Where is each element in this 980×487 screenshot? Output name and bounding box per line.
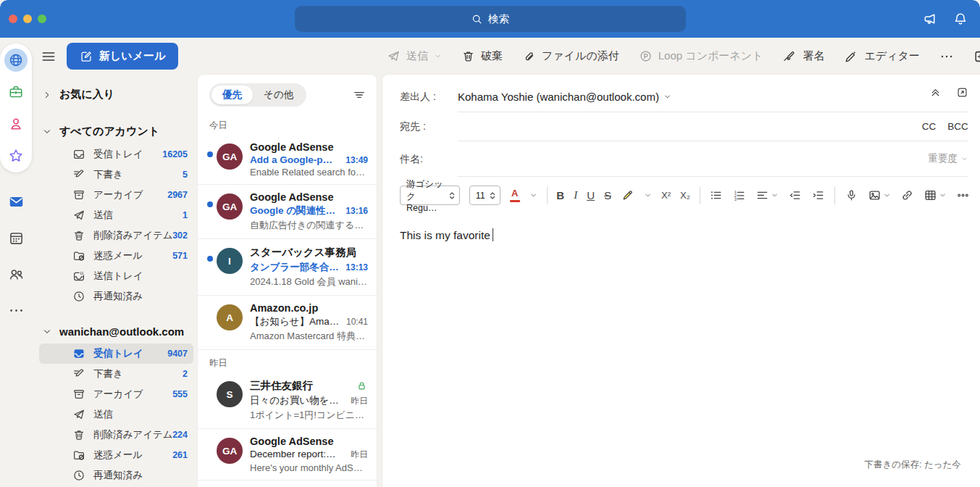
sidebar-item-inbox[interactable]: 受信トレイ 16205 [39,144,193,165]
superscript-button[interactable]: X² [661,190,671,201]
message-row[interactable]: GA Google AdSense Add a Google-p…13:49 E… [198,135,377,185]
outdent-button[interactable] [788,188,802,202]
strikethrough-button[interactable]: S [604,189,611,201]
bold-button[interactable]: B [556,189,564,201]
insert-table-button[interactable] [924,188,947,202]
sidebar-item-inbox[interactable]: 受信トレイ 9407 [39,344,193,364]
drafts-icon [72,168,85,181]
sidebar-item-snoozed[interactable]: 再通知済み [39,465,193,486]
unread-count: 1 [183,210,188,220]
sidebar-item-deleted[interactable]: 削除済みアイテム 302 [39,225,193,246]
compose-pane: 差出人 : Kohama Yoshie (wanichan@outlook.co… [382,75,980,487]
favorites-header[interactable]: お気に入り [39,82,193,106]
insert-link-button[interactable] [900,188,914,202]
trash-icon [461,49,475,63]
cc-button[interactable]: CC [922,121,937,132]
search-input[interactable]: 検索 [295,6,686,32]
highlighter-button[interactable] [621,188,635,202]
popout-icon[interactable] [956,86,968,99]
sidebar-item-snoozed[interactable]: 再通知済み [39,286,193,307]
panel-toggle-icon[interactable] [973,49,980,64]
sidebar-section-header[interactable]: すべてのアカウント [39,122,193,144]
minimize-window-button[interactable] [23,14,32,23]
indent-button[interactable] [811,188,825,202]
unread-dot [207,201,213,207]
calendar-icon[interactable] [4,226,28,249]
editor-button[interactable]: エディター [844,49,919,64]
new-mail-button[interactable]: 新しいメール [67,43,178,70]
collapse-header-icon[interactable] [929,86,942,99]
briefcase-icon[interactable] [4,80,28,104]
megaphone-icon[interactable] [922,11,938,27]
font-color-button[interactable]: A [510,188,520,203]
drafts-icon [72,367,85,380]
sidebar-item-archive[interactable]: アーカイブ 2967 [39,185,193,205]
tab-other[interactable]: その他 [253,86,304,104]
message-row[interactable]: I スターバックス事務局 [Starbucks] オペラ…昨日 [198,480,377,487]
message-row[interactable]: GA Google AdSense Google の関連性…13:16 自動広告… [198,185,377,239]
filter-icon[interactable] [352,88,367,102]
sidebar-item-sent[interactable]: 送信 1 [39,205,193,225]
font-color-dropdown[interactable] [529,191,537,199]
subscript-button[interactable]: X₂ [680,190,690,201]
bullet-list-button[interactable] [709,188,723,202]
sidebar-item-sent[interactable]: 送信 [39,404,193,425]
dictation-mic-button[interactable] [845,188,858,202]
tab-focused[interactable]: 優先 [212,86,253,104]
unread-count: 261 [172,450,188,460]
subject-input[interactable]: 重要度 [458,141,968,177]
message-row[interactable]: GA Google AdSense December report:…昨日 He… [198,429,377,480]
message-row[interactable]: A Amazon.co.jp 【お知らせ】Amazo…10:41 Amazon … [198,296,377,350]
sidebar-item-drafts[interactable]: 下書き 2 [39,364,193,384]
more-options-button[interactable] [939,49,954,64]
globe-icon[interactable] [4,49,28,72]
sidebar-item-junk[interactable]: 迷惑メール 261 [39,445,193,465]
zoom-window-button[interactable] [38,14,46,23]
close-window-button[interactable] [9,14,17,23]
person-icon[interactable] [4,112,28,136]
send-icon [72,209,85,222]
more-format-button[interactable] [956,188,970,202]
numbered-list-button[interactable]: 123 [732,188,746,202]
attach-file-button[interactable]: ファイルの添付 [522,49,619,63]
importance-selector[interactable]: 重要度 [928,152,968,165]
signature-button[interactable]: 署名 [782,49,824,64]
lock-icon [356,380,368,392]
message-row[interactable]: I スターバックス事務局 タンブラー部冬合…13:13 2024.1.18 Go… [198,239,377,296]
sidebar-item-junk[interactable]: 迷惑メール 571 [39,246,193,266]
sidebar-item-outbox[interactable]: 送信トレイ [39,266,193,286]
discard-button[interactable]: 破棄 [461,49,503,63]
highlighter-dropdown[interactable] [644,191,652,199]
people-icon[interactable] [4,262,28,286]
bell-icon[interactable] [952,11,968,27]
new-mail-label: 新しいメール [99,49,165,63]
message-row[interactable]: S 三井住友銀行 日々のお買い物をV…昨日 1ポイント=1円!コンビニ… [198,372,377,429]
more-dots-icon[interactable] [4,299,28,322]
sidebar-section-header[interactable]: wanichan@outlook.com [39,322,193,344]
italic-button[interactable]: I [574,189,577,201]
from-selector[interactable]: Kohama Yoshie (wanichan@outlook.com) [458,91,671,103]
underline-button[interactable]: U [587,189,595,201]
chevron-down-icon [42,127,52,137]
sidebar-item-deleted[interactable]: 削除済みアイテム 224 [39,425,193,445]
align-button[interactable] [755,188,779,202]
font-size-select[interactable]: 11 [469,186,501,205]
insert-image-button[interactable] [868,188,891,202]
send-button[interactable]: 送信 [387,49,442,63]
font-name-select[interactable]: 游ゴシック Regu… [400,186,460,205]
loop-component-button[interactable]: Loop コンポーネント [639,49,763,63]
message-body-editor[interactable]: This is my favorite [382,212,980,487]
star-icon[interactable] [4,144,28,167]
avatar: A [217,304,243,330]
hamburger-menu-icon[interactable] [41,49,56,64]
sidebar-sections: すべてのアカウント 受信トレイ 16205 下書き 5 アーカイブ 2967 送… [39,122,193,487]
send-icon [387,49,401,63]
sidebar-item-archive[interactable]: アーカイブ 555 [39,384,193,404]
sidebar-item-drafts[interactable]: 下書き 5 [39,165,193,185]
unread-count: 571 [172,251,188,261]
mail-icon[interactable] [4,190,28,213]
folder-sidebar: お気に入り すべてのアカウント 受信トレイ 16205 下書き 5 アーカイブ … [32,75,198,487]
body-text: This is my favorite [400,229,490,241]
bcc-button[interactable]: BCC [947,121,968,132]
to-input[interactable]: CC BCC [458,112,968,141]
